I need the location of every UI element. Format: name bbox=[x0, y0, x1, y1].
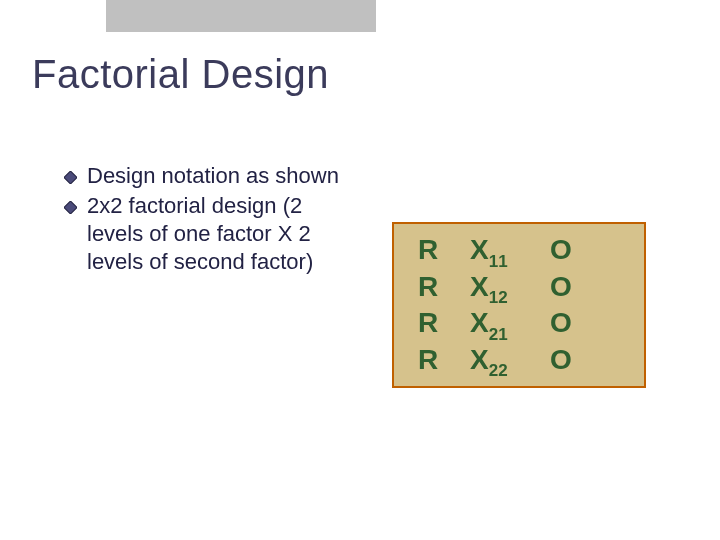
diamond-bullet-icon bbox=[64, 171, 77, 184]
notation-r: R bbox=[418, 344, 470, 376]
bullet-text: Design notation as shown bbox=[87, 162, 339, 190]
bullet-list: Design notation as shown 2x2 factorial d… bbox=[64, 162, 344, 279]
notation-x: X12 bbox=[470, 271, 550, 308]
notation-o: O bbox=[550, 271, 572, 303]
svg-rect-1 bbox=[64, 201, 77, 214]
notation-r: R bbox=[418, 271, 470, 303]
diamond-bullet-icon bbox=[64, 201, 77, 214]
slide-title: Factorial Design bbox=[32, 52, 329, 97]
notation-x: X22 bbox=[470, 344, 550, 381]
bullet-text: 2x2 factorial design (2 levels of one fa… bbox=[87, 192, 344, 276]
notation-row: R X22 O bbox=[418, 344, 626, 381]
notation-r: R bbox=[418, 234, 470, 266]
notation-r: R bbox=[418, 307, 470, 339]
svg-rect-0 bbox=[64, 171, 77, 184]
notation-o: O bbox=[550, 234, 572, 266]
notation-x: X11 bbox=[470, 234, 550, 271]
notation-o: O bbox=[550, 344, 572, 376]
notation-row: R X12 O bbox=[418, 271, 626, 308]
bullet-item: Design notation as shown bbox=[64, 162, 344, 190]
decorative-top-bar bbox=[106, 0, 376, 32]
notation-o: O bbox=[550, 307, 572, 339]
notation-row: R X21 O bbox=[418, 307, 626, 344]
bullet-item: 2x2 factorial design (2 levels of one fa… bbox=[64, 192, 344, 276]
design-notation-box: R X11 O R X12 O R X21 O R X22 O bbox=[392, 222, 646, 388]
notation-row: R X11 O bbox=[418, 234, 626, 271]
notation-x: X21 bbox=[470, 307, 550, 344]
